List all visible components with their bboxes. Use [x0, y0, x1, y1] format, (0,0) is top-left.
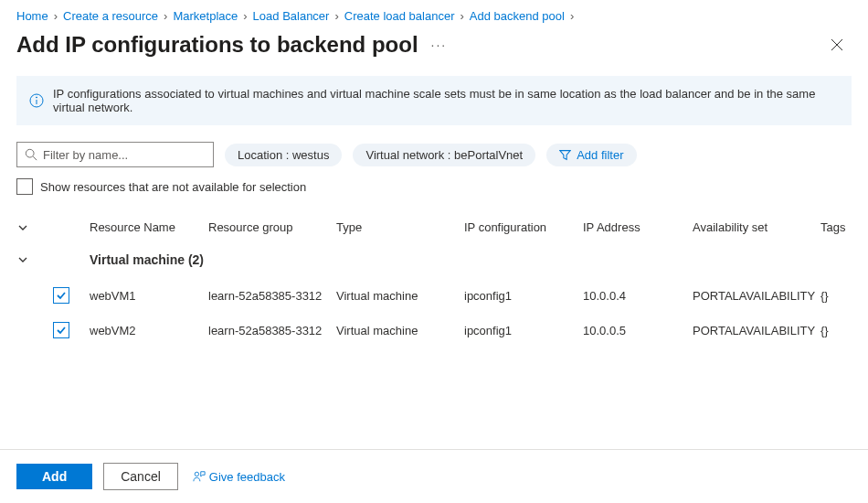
col-ipcfg[interactable]: IP configuration	[464, 220, 583, 234]
close-icon	[831, 38, 843, 51]
crumb-load-balancer[interactable]: Load Balancer	[253, 9, 330, 23]
page-header: Add IP configurations to backend pool ··…	[0, 27, 868, 76]
col-ipaddr[interactable]: IP Address	[583, 220, 693, 234]
svg-point-3	[26, 149, 34, 157]
chevron-down-icon	[17, 254, 28, 265]
chevron-right-icon: ›	[334, 9, 338, 23]
show-unavailable-label: Show resources that are not available fo…	[40, 180, 306, 194]
cell-avset: PORTALAVAILABILITY	[693, 289, 820, 303]
check-icon	[56, 290, 67, 301]
page-title: Add IP configurations to backend pool	[16, 32, 418, 58]
add-filter-label: Add filter	[577, 148, 623, 162]
cell-tags: {}	[820, 324, 857, 337]
collapse-all-toggle[interactable]	[16, 221, 29, 234]
feedback-link[interactable]: Give feedback	[193, 470, 285, 484]
chevron-right-icon: ›	[460, 9, 463, 23]
add-button[interactable]: Add	[16, 464, 92, 489]
svg-line-4	[33, 156, 37, 160]
cell-type: Virtual machine	[336, 289, 464, 303]
check-icon	[56, 325, 67, 336]
feedback-label: Give feedback	[209, 470, 285, 484]
search-input[interactable]	[43, 148, 206, 162]
filter-pill-location[interactable]: Location : westus	[225, 144, 342, 166]
filter-icon	[559, 149, 571, 161]
more-actions-button[interactable]: ···	[431, 37, 448, 52]
group-row-vm: Virtual machine (2)	[16, 243, 852, 278]
add-filter-button[interactable]: Add filter	[546, 144, 636, 166]
crumb-home[interactable]: Home	[16, 9, 48, 23]
footer-bar: Add Cancel Give feedback	[0, 449, 868, 503]
filter-bar: Location : westus Virtual network : bePo…	[0, 142, 868, 175]
col-name[interactable]: Resource Name	[90, 220, 208, 234]
cell-ipcfg: ipconfig1	[464, 324, 583, 337]
cell-rg: learn-52a58385-3312	[208, 289, 336, 303]
cell-name: webVM2	[90, 324, 208, 337]
crumb-add-backend[interactable]: Add backend pool	[470, 9, 565, 23]
filter-pill-vnet[interactable]: Virtual network : bePortalVnet	[353, 144, 535, 166]
close-button[interactable]	[822, 30, 852, 59]
crumb-marketplace[interactable]: Marketplace	[173, 9, 238, 23]
chevron-right-icon: ›	[243, 9, 247, 23]
row-checkbox[interactable]	[53, 287, 69, 304]
info-icon	[29, 93, 44, 108]
show-unavailable-row: Show resources that are not available fo…	[0, 175, 868, 211]
table-row: webVM1 learn-52a58385-3312 Virtual machi…	[16, 278, 852, 313]
row-checkbox[interactable]	[53, 322, 69, 338]
chevron-right-icon: ›	[570, 9, 574, 23]
cell-ipaddr: 10.0.0.5	[583, 324, 693, 337]
col-avset[interactable]: Availability set	[693, 220, 820, 234]
breadcrumb: Home› Create a resource› Marketplace› Lo…	[0, 0, 868, 27]
search-icon	[25, 148, 37, 161]
group-label: Virtual machine (2)	[90, 252, 852, 267]
chevron-right-icon: ›	[54, 9, 58, 23]
cancel-button[interactable]: Cancel	[103, 463, 178, 490]
table-row: webVM2 learn-52a58385-3312 Virtual machi…	[16, 313, 852, 348]
svg-point-2	[37, 97, 37, 98]
col-type[interactable]: Type	[336, 220, 464, 234]
table-header: Resource Name Resource group Type IP con…	[16, 211, 852, 243]
resource-table: Resource Name Resource group Type IP con…	[0, 211, 868, 348]
svg-point-5	[195, 472, 198, 476]
cell-tags: {}	[820, 289, 857, 303]
cell-avset: PORTALAVAILABILITY	[693, 324, 820, 337]
chevron-down-icon	[17, 222, 28, 233]
cell-type: Virtual machine	[336, 324, 464, 337]
cell-ipcfg: ipconfig1	[464, 289, 583, 303]
chevron-right-icon: ›	[164, 9, 167, 23]
col-rg[interactable]: Resource group	[208, 220, 336, 234]
search-input-wrapper[interactable]	[16, 142, 214, 167]
col-tags[interactable]: Tags	[820, 220, 857, 234]
banner-text: IP configurations associated to virtual …	[53, 87, 839, 114]
cell-rg: learn-52a58385-3312	[208, 324, 336, 337]
show-unavailable-checkbox[interactable]	[16, 178, 33, 195]
crumb-create-resource[interactable]: Create a resource	[63, 9, 158, 23]
group-toggle[interactable]	[16, 253, 29, 266]
crumb-create-lb[interactable]: Create load balancer	[344, 9, 455, 23]
cell-ipaddr: 10.0.0.4	[583, 289, 693, 303]
info-banner: IP configurations associated to virtual …	[16, 76, 852, 125]
person-feedback-icon	[193, 470, 206, 483]
cell-name: webVM1	[90, 289, 208, 303]
